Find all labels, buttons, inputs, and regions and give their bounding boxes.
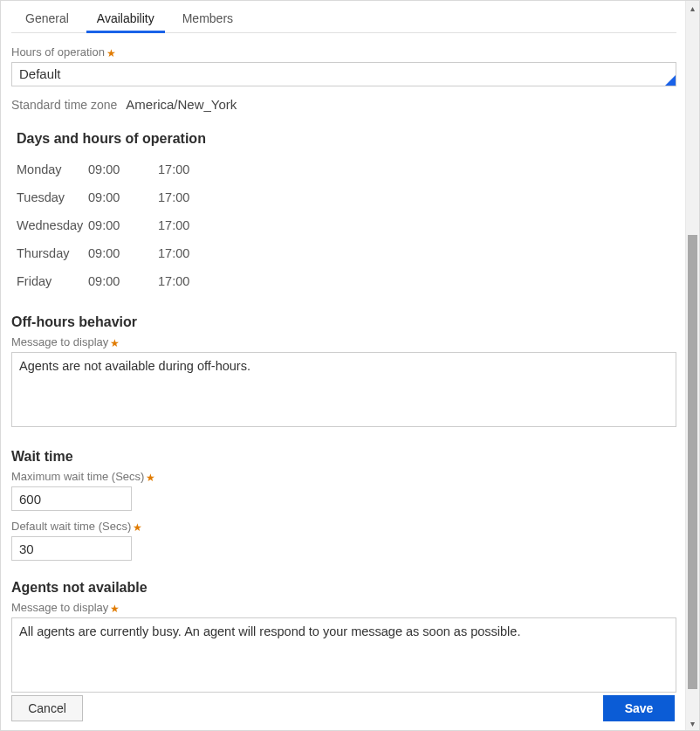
schedule-day: Friday [17, 274, 88, 288]
wait-time-heading: Wait time [11, 449, 676, 465]
off-hours-message-label: Message to display [11, 335, 108, 348]
save-button[interactable]: Save [603, 695, 675, 721]
schedule-row: Wednesday09:0017:00 [17, 211, 676, 239]
scroll-thumb[interactable] [688, 235, 697, 689]
scroll-up-icon[interactable]: ▴ [686, 1, 699, 15]
content-area: General Availability Members Hours of op… [1, 1, 685, 730]
schedule-day: Tuesday [17, 190, 88, 204]
required-star-icon: ★ [106, 47, 116, 59]
schedule-end: 17:00 [158, 218, 210, 232]
required-star-icon: ★ [110, 337, 120, 349]
agents-na-message-label: Message to display [11, 601, 108, 614]
agents-na-heading: Agents not available [11, 580, 676, 596]
default-wait-input[interactable] [11, 536, 132, 561]
schedule-end: 17:00 [158, 246, 210, 260]
schedule-day: Wednesday [17, 218, 88, 232]
schedule-start: 09:00 [88, 274, 158, 288]
default-wait-label: Default wait time (Secs) [11, 520, 131, 533]
max-wait-input[interactable] [11, 486, 132, 511]
vertical-scrollbar[interactable]: ▴ ▾ [685, 1, 699, 730]
schedule-day: Monday [17, 162, 88, 176]
schedule-row: Monday09:0017:00 [17, 155, 676, 183]
schedule-start: 09:00 [88, 190, 158, 204]
off-hours-message-input[interactable] [11, 352, 676, 427]
schedule-row: Friday09:0017:00 [17, 267, 676, 295]
footer-bar: Cancel Save [11, 695, 675, 721]
tab-availability[interactable]: Availability [83, 6, 168, 32]
tab-general[interactable]: General [11, 6, 83, 32]
off-hours-heading: Off-hours behavior [11, 314, 676, 330]
settings-dialog: General Availability Members Hours of op… [0, 0, 700, 731]
required-star-icon: ★ [146, 472, 155, 484]
schedule-row: Thursday09:0017:00 [17, 239, 676, 267]
required-star-icon: ★ [133, 521, 142, 534]
schedule-end: 17:00 [158, 162, 210, 176]
hours-of-operation-value: Default [19, 66, 61, 81]
timezone-row: Standard time zone America/New_York [11, 97, 676, 112]
required-star-icon: ★ [110, 603, 120, 615]
timezone-label: Standard time zone [11, 98, 117, 112]
dropdown-corner-icon [665, 75, 676, 86]
schedule-day: Thursday [17, 246, 88, 260]
max-wait-label: Maximum wait time (Secs) [11, 470, 144, 483]
schedule-end: 17:00 [158, 274, 210, 288]
schedule-start: 09:00 [88, 218, 158, 232]
schedule-row: Tuesday09:0017:00 [17, 183, 676, 211]
schedule-start: 09:00 [88, 246, 158, 260]
tab-members[interactable]: Members [168, 6, 247, 32]
schedule-end: 17:00 [158, 190, 210, 204]
cancel-button[interactable]: Cancel [11, 695, 83, 721]
timezone-value: America/New_York [126, 97, 237, 112]
schedule-start: 09:00 [88, 162, 158, 176]
hours-of-operation-label: Hours of operation [11, 45, 105, 59]
scroll-down-icon[interactable]: ▾ [686, 716, 699, 730]
schedule-heading: Days and hours of operation [17, 131, 676, 147]
agents-na-message-input[interactable] [11, 617, 676, 693]
hours-of-operation-select[interactable]: Default [11, 62, 676, 86]
schedule-table: Monday09:0017:00Tuesday09:0017:00Wednesd… [17, 155, 676, 295]
tab-bar: General Availability Members [11, 1, 676, 33]
